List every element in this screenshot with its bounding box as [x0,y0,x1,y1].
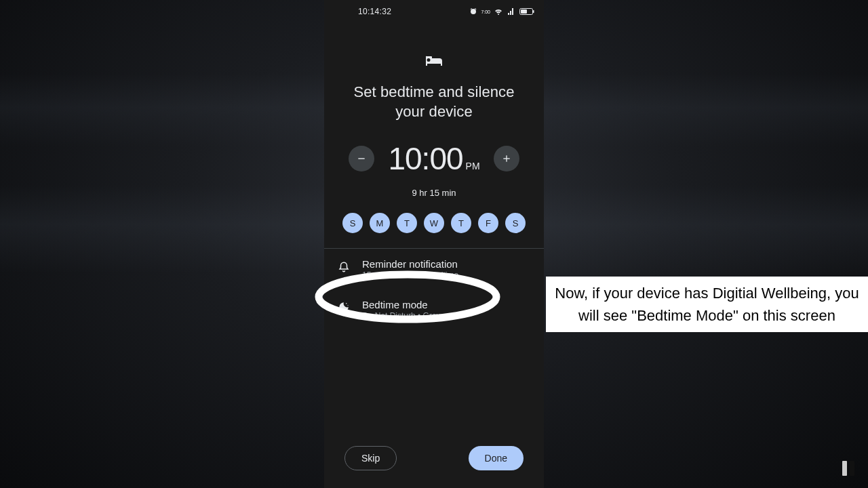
reminder-title: Reminder notification [362,258,458,270]
svg-rect-3 [359,159,365,159]
status-indicators: 7:00 [469,7,534,16]
skip-button[interactable]: Skip [344,446,397,470]
svg-rect-2 [533,10,534,13]
bedtime-mode-title: Bedtime mode [362,299,460,310]
day-sunday[interactable]: S [342,213,363,233]
day-tuesday[interactable]: T [397,213,417,233]
time-picker-row: 10:00 PM [349,140,519,177]
status-time: 10:14:32 [358,7,391,16]
bed-icon [425,56,443,70]
decrement-time-button[interactable] [349,146,374,171]
day-saturday[interactable]: S [505,213,526,233]
day-thursday[interactable]: T [451,213,471,233]
time-display[interactable]: 10:00 PM [388,140,479,177]
battery-icon [519,7,534,16]
day-friday[interactable]: F [478,213,498,233]
wifi-icon [494,7,503,16]
alarm-time-indicator: 7:00 [481,9,490,14]
status-bar: 10:14:32 7:00 [324,0,544,19]
moon-icon [338,301,350,316]
days-row: S M T W T F S [342,213,526,248]
increment-time-button[interactable] [494,146,519,171]
day-wednesday[interactable]: W [424,213,444,233]
bedtime-mode-option[interactable]: Bedtime mode Do Not Disturb • Grayscale [324,289,544,330]
annotation-caption: Now, if your device has Digitial Wellbei… [546,277,868,332]
pause-icon [842,461,854,476]
svg-rect-5 [506,156,507,162]
page-title: Set bedtime and silence your device [338,83,530,121]
signal-icon [507,7,516,16]
svg-point-7 [347,305,348,306]
reminder-subtitle: 15 minutes before bedtime [362,270,458,280]
sleep-duration: 9 hr 15 min [412,188,456,198]
time-ampm: PM [466,161,480,171]
alarm-icon [469,7,477,16]
svg-rect-1 [521,9,527,14]
bedtime-mode-subtitle: Do Not Disturb • Grayscale [362,311,460,321]
hero-section: Set bedtime and silence your device 10:0… [324,19,544,248]
time-value: 10:00 [388,140,462,177]
done-button[interactable]: Done [469,446,524,470]
bottom-button-bar: Skip Done [324,446,544,470]
reminder-notification-option[interactable]: Reminder notification 15 minutes before … [324,249,544,289]
phone-frame: 10:14:32 7:00 Set bedtime and silence yo… [324,0,544,488]
svg-point-6 [346,303,347,304]
day-monday[interactable]: M [370,213,390,233]
bell-icon [338,260,350,277]
